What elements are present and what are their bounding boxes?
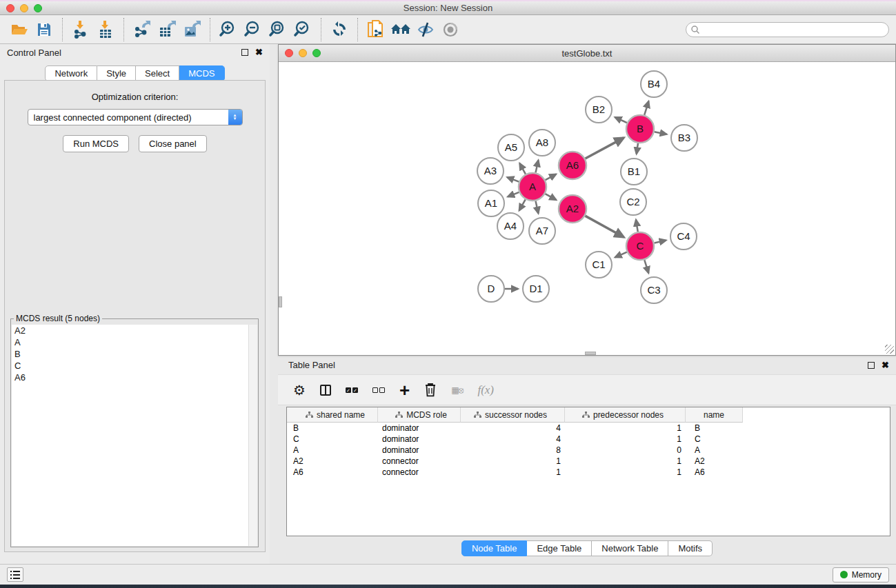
network-canvas[interactable]: AA1A2A3A4A5A6A7A8BB1B2B3B4CC1C2C3C4DD1 — [279, 62, 895, 355]
graph-edge-A-A8[interactable] — [535, 160, 538, 172]
graph-node-label-B1: B1 — [628, 165, 640, 177]
plus-icon: + — [399, 383, 410, 398]
column-type-icon — [582, 412, 590, 418]
float-table-panel-icon[interactable] — [868, 362, 875, 369]
tab-network[interactable]: Network — [45, 65, 97, 81]
copy-network-button[interactable] — [364, 18, 388, 41]
result-scrollbar[interactable] — [248, 325, 257, 546]
add-column-button[interactable]: + — [399, 383, 410, 398]
eye-slash-icon — [417, 21, 435, 38]
column-header-mcds-role[interactable]: MCDS role — [378, 407, 461, 423]
export-image-icon — [183, 21, 201, 39]
graph-edge-B-B1[interactable] — [637, 143, 638, 154]
column-header-name[interactable]: name — [686, 407, 743, 423]
table-settings-button[interactable]: ⚙ — [293, 383, 306, 397]
graph-edge-A2-C[interactable] — [585, 216, 624, 237]
optimization-criterion-select[interactable]: largest connected component (directed) ▲… — [28, 109, 243, 125]
toolbar-search-field[interactable] — [686, 22, 889, 37]
memory-button[interactable]: Memory — [833, 567, 889, 582]
deselect-all-button[interactable] — [372, 387, 385, 393]
graph-edge-B-B4[interactable] — [644, 101, 648, 115]
close-panel-button[interactable]: Close panel — [139, 135, 207, 152]
search-input[interactable] — [700, 23, 888, 36]
hide-graphics-button[interactable] — [413, 18, 438, 41]
zoom-fit-button[interactable] — [266, 18, 290, 41]
graph-node-label-B4: B4 — [648, 78, 660, 90]
graph-edge-C-C3[interactable] — [644, 260, 648, 273]
export-image-button[interactable] — [179, 18, 204, 41]
import-network-button[interactable] — [68, 18, 93, 41]
graph-edge-A6-B[interactable] — [585, 138, 624, 159]
close-panel-icon[interactable]: ✖ — [255, 49, 263, 56]
tab-network-table[interactable]: Network Table — [592, 540, 668, 556]
desktop-background — [0, 585, 896, 588]
table-panel-title: Table Panel — [288, 360, 335, 370]
tab-motifs[interactable]: Motifs — [668, 540, 713, 556]
save-session-button[interactable] — [32, 18, 57, 41]
tab-edge-table[interactable]: Edge Table — [527, 540, 592, 556]
column-header-successor-nodes[interactable]: successor nodes — [461, 407, 565, 423]
network-vertical-scrollbar[interactable] — [279, 62, 282, 355]
tab-mcds[interactable]: MCDS — [179, 65, 224, 81]
graph-edge-C-C2[interactable] — [636, 220, 638, 232]
graph-edge-A-A2[interactable] — [545, 194, 556, 200]
zoom-in-button[interactable] — [216, 18, 241, 41]
run-mcds-button[interactable]: Run MCDS — [63, 135, 129, 152]
graph-node-label-A7: A7 — [536, 225, 548, 236]
delete-table-button[interactable]: ▦⦻ — [451, 385, 463, 395]
zoom-out-button[interactable] — [241, 18, 266, 41]
table-row[interactable]: A2connector11A2 — [287, 456, 890, 467]
graph-edge-A-A6[interactable] — [546, 174, 557, 180]
open-session-button[interactable] — [7, 18, 32, 41]
column-header-predecessor-nodes[interactable]: predecessor nodes — [565, 407, 686, 423]
mcds-panel: Optimization criterion: largest connecte… — [4, 80, 266, 552]
graph-edge-A-A5[interactable] — [519, 163, 526, 174]
mcds-result-list[interactable]: A2 A B C A6 — [12, 325, 257, 546]
export-table-button[interactable] — [155, 18, 179, 41]
apply-layout-button[interactable] — [327, 18, 352, 41]
table-row[interactable]: Adominator80A — [287, 445, 890, 456]
tab-select[interactable]: Select — [136, 65, 179, 81]
task-history-button[interactable] — [7, 567, 23, 582]
window-resize-grip[interactable] — [885, 345, 894, 354]
show-columns-button[interactable] — [320, 385, 331, 396]
result-item[interactable]: A2 — [12, 325, 257, 336]
column-header-shared-name[interactable]: shared name — [287, 407, 378, 423]
graph-edge-B-B2[interactable] — [615, 117, 627, 123]
graph-edge-A-A7[interactable] — [535, 201, 538, 214]
graph-node-label-C4: C4 — [677, 230, 690, 242]
table-row[interactable]: Cdominator41C — [287, 434, 890, 445]
export-network-button[interactable] — [130, 18, 155, 41]
function-builder-button[interactable]: f(x) — [477, 383, 494, 397]
graph-edge-B-B3[interactable] — [655, 132, 667, 134]
graph-node-label-B: B — [637, 123, 644, 134]
zoom-fit-icon — [269, 21, 287, 39]
graph-edge-A-A3[interactable] — [507, 177, 519, 181]
table-row[interactable]: Bdominator41B — [287, 423, 890, 434]
tab-style[interactable]: Style — [97, 65, 136, 81]
result-item[interactable]: A6 — [12, 372, 257, 383]
graph-edge-C-C4[interactable] — [654, 241, 666, 243]
home-button[interactable] — [388, 18, 413, 41]
app-titlebar: Session: New Session — [0, 0, 896, 15]
network-graph[interactable]: AA1A2A3A4A5A6A7A8BB1B2B3B4CC1C2C3C4DD1 — [279, 62, 895, 354]
table-tabs: Node Table Edge Table Network Table Moti… — [278, 540, 896, 556]
delete-column-button[interactable] — [424, 383, 437, 397]
network-horizontal-scrollbar[interactable] — [279, 352, 895, 355]
graph-edge-A-A4[interactable] — [519, 199, 526, 210]
tab-node-table[interactable]: Node Table — [461, 540, 528, 556]
select-all-button[interactable]: ✓✓ — [346, 387, 358, 393]
import-table-button[interactable] — [93, 18, 118, 41]
result-item[interactable]: C — [12, 360, 257, 372]
result-item[interactable]: A — [12, 336, 257, 348]
zoom-selected-button[interactable] — [290, 18, 315, 41]
float-panel-icon[interactable] — [241, 49, 248, 56]
graph-edge-C-C1[interactable] — [615, 252, 627, 258]
table-row[interactable]: A6connector11A6 — [287, 467, 890, 478]
graph-edge-A-A1[interactable] — [508, 192, 519, 197]
result-item[interactable]: B — [12, 348, 257, 360]
eye-icon — [441, 22, 459, 37]
close-table-panel-icon[interactable]: ✖ — [882, 362, 889, 369]
show-graphics-button[interactable] — [438, 18, 463, 41]
table-toolbar: ⚙ ✓✓ + ▦⦻ f(x) — [278, 374, 896, 405]
